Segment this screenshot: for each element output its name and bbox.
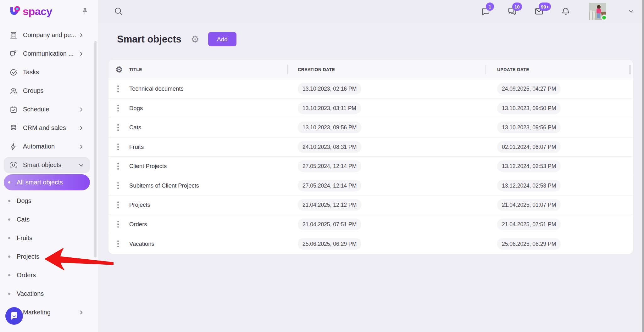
column-header-title[interactable]: TITLE — [129, 60, 142, 79]
row-title[interactable]: Dogs — [129, 105, 143, 112]
chevron-right-icon — [79, 310, 84, 315]
settings-gear-icon[interactable]: ⚙ — [191, 35, 199, 44]
sidebar-subitem-projects[interactable]: Projects — [0, 247, 98, 266]
row-update-date: 24.09.2025, 04:27 PM — [497, 83, 561, 95]
sidebar-item-tasks[interactable]: Tasks — [0, 63, 98, 82]
table-row[interactable]: Orders 21.04.2025, 07:51 PM 21.04.2025, … — [108, 215, 633, 234]
table-settings-gear-icon[interactable]: ⚙ — [115, 60, 123, 79]
sidebar-subitem-fruits[interactable]: Fruits — [0, 229, 98, 247]
mail-badge: 99+ — [539, 3, 551, 11]
main-content: Smart objects ⚙ Add ⚙ TITLE CREATION DAT… — [98, 23, 644, 332]
table-row[interactable]: Dogs 13.10.2023, 03:11 PM 13.10.2023, 09… — [108, 99, 633, 118]
sidebar-subitem-vacations[interactable]: Vacations — [0, 284, 98, 303]
sidebar-item-company[interactable]: Company and pe... — [0, 26, 98, 44]
communication-icon — [9, 50, 18, 58]
page-scrollbar[interactable] — [642, 0, 644, 332]
table-header-scroll-thumb[interactable] — [629, 65, 631, 74]
sidebar-item-label: Automation — [23, 143, 55, 150]
sidebar-item-smart-objects[interactable]: Smart objects — [4, 157, 90, 173]
row-title[interactable]: Projects — [129, 201, 150, 208]
table-row[interactable]: Client Projects 27.05.2024, 12:14 PM 13.… — [108, 157, 633, 176]
mail-icon[interactable]: 99+ — [534, 7, 544, 16]
row-menu-icon[interactable] — [117, 240, 119, 247]
sidebar-subitem-dogs[interactable]: Dogs — [0, 192, 98, 210]
table-row[interactable]: Subitems of Client Projects 27.05.2024, … — [108, 176, 633, 196]
table-row[interactable]: Fruits 24.10.2023, 08:31 PM 02.01.2024, … — [108, 138, 633, 157]
schedule-icon — [9, 105, 18, 114]
row-creation-date: 24.10.2023, 08:31 PM — [298, 141, 361, 153]
crm-icon — [9, 124, 18, 132]
column-divider[interactable] — [486, 65, 486, 74]
add-button[interactable]: Add — [208, 32, 236, 46]
smart-objects-icon — [9, 161, 18, 169]
bullet-icon — [8, 237, 10, 239]
row-menu-icon[interactable] — [117, 221, 119, 228]
row-title[interactable]: Cats — [129, 124, 141, 131]
row-menu-icon[interactable] — [117, 86, 119, 93]
sidebar-scrollbar[interactable] — [94, 41, 97, 257]
row-title[interactable]: Subitems of Client Projects — [129, 182, 199, 189]
sidebar-subitem-orders[interactable]: Orders — [0, 266, 98, 284]
sidebar-item-crm[interactable]: CRM and sales — [0, 119, 98, 137]
row-title[interactable]: Fruits — [129, 143, 144, 150]
sidebar-subitem-label: Dogs — [17, 197, 31, 205]
notifications-bell-icon[interactable] — [561, 7, 570, 16]
bullet-icon — [8, 218, 10, 221]
bullet-icon — [8, 200, 10, 202]
user-avatar[interactable] — [589, 3, 606, 20]
column-header-creation-date[interactable]: CREATION DATE — [298, 60, 335, 79]
row-update-date: 13.12.2024, 02:53 PM — [497, 180, 561, 191]
support-chat-launcher[interactable] — [5, 307, 23, 325]
row-creation-date: 27.05.2024, 12:14 PM — [298, 180, 361, 191]
page-title: Smart objects — [117, 34, 181, 45]
profile-chevron-down-icon[interactable] — [628, 8, 635, 15]
sidebar-subitem-all-smart-objects[interactable]: All smart objects — [4, 174, 90, 190]
sidebar-item-communication[interactable]: Communication ... — [0, 44, 98, 63]
sidebar-subitem-cats[interactable]: Cats — [0, 210, 98, 229]
row-menu-icon[interactable] — [117, 124, 119, 131]
topbar: 1 10 99+ — [98, 0, 644, 23]
row-menu-icon[interactable] — [117, 143, 119, 150]
uspacy-logo-icon — [9, 5, 22, 18]
groups-icon — [9, 87, 18, 95]
chevron-right-icon — [79, 126, 84, 131]
chevron-right-icon — [79, 51, 84, 56]
sidebar-item-label: Company and pe... — [23, 31, 76, 39]
sidebar-subitem-label: All smart objects — [17, 179, 63, 186]
table-row[interactable]: Cats 13.10.2023, 09:56 PM 13.10.2023, 09… — [108, 118, 633, 138]
row-menu-icon[interactable] — [117, 202, 119, 209]
search-icon[interactable] — [114, 7, 123, 16]
table-row[interactable]: Vacations 25.06.2025, 06:29 PM 25.06.202… — [108, 234, 633, 254]
column-header-update-date[interactable]: UPDATE DATE — [497, 60, 529, 79]
table-row[interactable]: Technical documents 13.10.2023, 02:16 PM… — [108, 79, 633, 99]
sidebar-item-groups[interactable]: Groups — [0, 82, 98, 100]
row-title[interactable]: Vacations — [129, 240, 154, 247]
row-menu-icon[interactable] — [117, 105, 119, 112]
chevron-down-icon — [79, 163, 84, 168]
row-title[interactable]: Technical documents — [129, 85, 184, 92]
row-update-date: 02.01.2024, 08:07 PM — [497, 141, 561, 153]
table-row[interactable]: Projects 21.04.2025, 12:12 PM 21.04.2025… — [108, 195, 633, 215]
row-creation-date: 21.04.2025, 07:51 PM — [298, 218, 361, 230]
row-menu-icon[interactable] — [117, 182, 119, 189]
smart-objects-table: ⚙ TITLE CREATION DATE UPDATE DATE Techni… — [108, 60, 633, 254]
sidebar-subitem-label: Orders — [17, 272, 36, 279]
column-divider[interactable] — [287, 65, 288, 74]
sidebar-subitem-label: Cats — [17, 216, 30, 223]
logo-row: spacy — [0, 0, 98, 23]
sidebar-subitem-label: Vacations — [17, 290, 44, 297]
chat-icon[interactable]: 1 — [481, 7, 491, 16]
row-title[interactable]: Orders — [129, 221, 147, 228]
row-creation-date: 27.05.2024, 12:14 PM — [298, 160, 361, 172]
sidebar-item-schedule[interactable]: Schedule — [0, 100, 98, 119]
row-title[interactable]: Client Projects — [129, 163, 167, 170]
sidebar-item-automation[interactable]: Automation — [0, 137, 98, 156]
row-menu-icon[interactable] — [117, 163, 119, 170]
bullet-icon — [8, 293, 10, 295]
row-creation-date: 13.10.2023, 03:11 PM — [298, 102, 361, 114]
bullet-icon — [8, 274, 10, 276]
sidebar-item-label: Schedule — [23, 106, 49, 113]
support-chat-bubble-icon — [10, 311, 19, 321]
pin-sidebar-icon[interactable] — [81, 8, 89, 15]
team-chat-icon[interactable]: 10 — [508, 7, 517, 16]
